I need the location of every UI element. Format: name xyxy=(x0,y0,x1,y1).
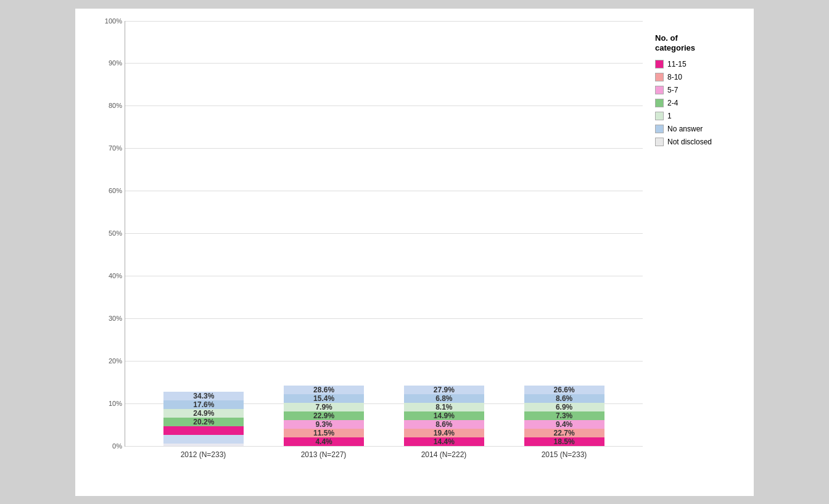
segment-label: 28.6% xyxy=(313,386,334,394)
segment-label: 8.6% xyxy=(556,394,572,403)
segment-label: 14.4% xyxy=(434,437,455,446)
legend-swatch xyxy=(655,60,664,68)
legend-label: 5-7 xyxy=(667,86,678,94)
legend-item: No answer xyxy=(655,125,741,133)
segment-label: 24.9% xyxy=(193,409,214,418)
bar-segment: 20.2% xyxy=(163,418,244,426)
bar: 4.4%11.5%9.3%22.9%7.9%15.4%28.6% xyxy=(284,386,364,446)
y-tick-label: 70% xyxy=(109,144,122,152)
y-tick-label: 60% xyxy=(109,187,122,194)
segment-label: 8.6% xyxy=(435,420,452,429)
bar-segment: 22.7% xyxy=(524,429,604,437)
bar-segment: 18.5% xyxy=(524,437,604,446)
bar-segment: 19.4% xyxy=(404,429,484,437)
x-axis-labels: 2012 (N=233)2013 (N=227)2014 (N=222)2015… xyxy=(125,450,643,459)
segment-label: 14.9% xyxy=(434,411,455,420)
segment-label: 27.9% xyxy=(434,386,455,394)
legend-swatch xyxy=(655,125,664,133)
segment-label: 20.2% xyxy=(193,418,214,426)
bar-group: 14.4%19.4%8.6%14.9%8.1%6.8%27.9% xyxy=(404,386,484,446)
segment-label: 9.4% xyxy=(556,420,572,429)
chart-area: 0%10%20%30%40%50%60%70%80%90%100% 20.2%2… xyxy=(125,21,643,459)
segment-label: 34.3% xyxy=(193,392,214,400)
legend-label: 2-4 xyxy=(667,99,678,107)
bar-segment: 8.6% xyxy=(524,394,604,403)
segment-label: 11.5% xyxy=(313,429,334,437)
bars-wrapper: 20.2%24.9%17.6%34.3%4.4%11.5%9.3%22.9%7.… xyxy=(125,21,643,446)
bar: 14.4%19.4%8.6%14.9%8.1%6.8%27.9% xyxy=(404,386,484,446)
x-label: 2015 (N=233) xyxy=(524,450,604,459)
legend-swatch xyxy=(655,86,664,94)
y-tick-label: 0% xyxy=(112,442,122,450)
segment-label: 18.5% xyxy=(554,437,575,446)
segment-label: 4.4% xyxy=(315,437,332,446)
bar-segment: 28.6% xyxy=(284,386,364,394)
bar-segment: 15.4% xyxy=(284,394,364,403)
bar-segment: 24.9% xyxy=(163,409,244,418)
y-tick-label: 10% xyxy=(109,400,122,407)
segment-label: 6.8% xyxy=(435,394,452,403)
bar-segment: 34.3% xyxy=(163,392,244,400)
legend: No. ofcategories 11-158-105-72-41No answ… xyxy=(643,21,741,459)
legend-swatch xyxy=(655,112,664,120)
segment-label: 26.6% xyxy=(554,386,575,394)
y-tick-label: 40% xyxy=(109,272,122,279)
legend-label: Not disclosed xyxy=(667,138,712,146)
segment-label: 22.7% xyxy=(554,429,575,437)
legend-title: No. ofcategories xyxy=(655,33,741,54)
bar-segment: 22.9% xyxy=(284,411,364,420)
segment-label: 17.6% xyxy=(193,400,214,409)
bar-segment: 9.3% xyxy=(284,420,364,429)
x-label: 2012 (N=233) xyxy=(163,450,244,459)
bar-segment: 8.1% xyxy=(404,403,484,411)
segment-label: 22.9% xyxy=(313,411,334,420)
bar-segment: 6.8% xyxy=(404,394,484,403)
y-tick-label: 100% xyxy=(105,17,122,25)
legend-item: 2-4 xyxy=(655,99,741,107)
bar-segment: 6.9% xyxy=(524,403,604,411)
bar-segment: 8.6% xyxy=(404,420,484,429)
segment-label: 8.1% xyxy=(435,403,452,411)
y-tick-label: 30% xyxy=(109,315,122,322)
segment-label: 6.9% xyxy=(556,403,572,411)
bar-segment: 11.5% xyxy=(284,429,364,437)
legend-label: No answer xyxy=(667,125,703,133)
legend-swatch xyxy=(655,138,664,146)
legend-label: 8-10 xyxy=(667,73,682,81)
y-tick-label: 80% xyxy=(109,102,122,109)
bar-segment: 26.6% xyxy=(524,386,604,394)
bar-segment xyxy=(163,435,244,444)
bar-segment: 17.6% xyxy=(163,400,244,409)
bar-group: 4.4%11.5%9.3%22.9%7.9%15.4%28.6% xyxy=(284,386,364,446)
bar: 18.5%22.7%9.4%7.3%6.9%8.6%26.6% xyxy=(524,386,604,446)
grid-line xyxy=(125,446,643,447)
bar-segment: 14.9% xyxy=(404,411,484,420)
bar-group: 20.2%24.9%17.6%34.3% xyxy=(163,392,244,446)
bar-segment: 7.9% xyxy=(284,403,364,411)
legend-item: 1 xyxy=(655,112,741,120)
y-tick-label: 50% xyxy=(109,229,122,237)
legend-label: 1 xyxy=(667,112,672,120)
segment-label: 15.4% xyxy=(313,394,334,403)
x-label: 2014 (N=222) xyxy=(404,450,484,459)
legend-label: 11-15 xyxy=(667,60,687,68)
bar-group: 18.5%22.7%9.4%7.3%6.9%8.6%26.6% xyxy=(524,386,604,446)
segment-label: 7.3% xyxy=(556,411,572,420)
legend-swatch xyxy=(655,99,664,107)
bar-segment: 4.4% xyxy=(284,437,364,446)
plot-area: 0%10%20%30%40%50%60%70%80%90%100% 20.2%2… xyxy=(125,21,643,447)
legend-swatch xyxy=(655,73,664,81)
legend-item: 5-7 xyxy=(655,86,741,94)
bar-segment: 27.9% xyxy=(404,386,484,394)
x-label: 2013 (N=227) xyxy=(284,450,364,459)
legend-items: 11-158-105-72-41No answerNot disclosed xyxy=(655,60,741,146)
legend-item: 8-10 xyxy=(655,73,741,81)
bar-segment: 7.3% xyxy=(524,411,604,420)
segment-label: 9.3% xyxy=(315,420,332,429)
chart-container: 0%10%20%30%40%50%60%70%80%90%100% 20.2%2… xyxy=(75,9,754,496)
bar-segment xyxy=(163,444,244,446)
legend-item: 11-15 xyxy=(655,60,741,68)
segment-label: 7.9% xyxy=(315,403,332,411)
bar-segment xyxy=(163,426,244,435)
y-tick-label: 20% xyxy=(109,357,122,365)
